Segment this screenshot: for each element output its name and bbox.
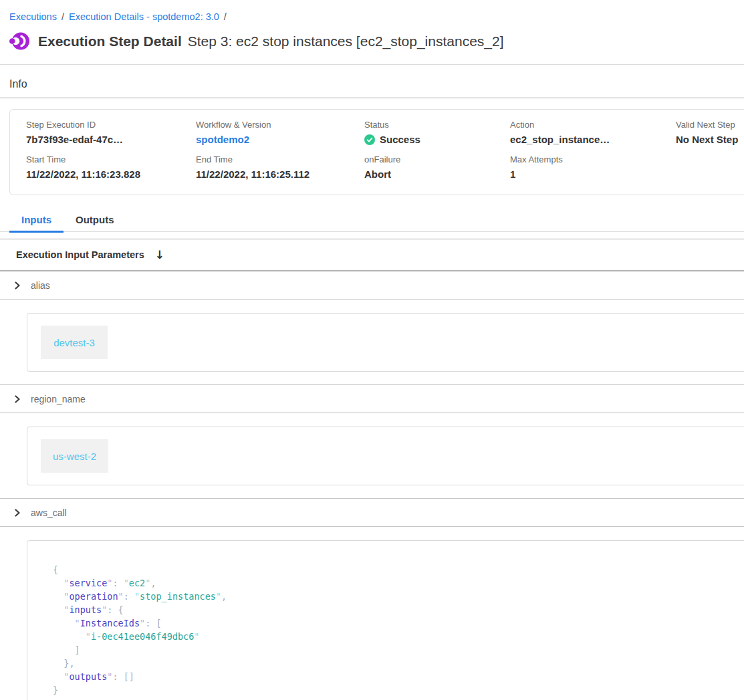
section-row-alias[interactable]: alias (0, 271, 744, 300)
header-divider (0, 64, 744, 65)
field-step-execution-id: Step Execution ID 7b73f93e-edaf-47c… (26, 120, 196, 145)
section-row-aws-call[interactable]: aws_call (0, 499, 744, 527)
workflow-link[interactable]: spotdemo2 (196, 134, 364, 145)
arrow-down-icon[interactable]: ↓ (155, 248, 164, 261)
status-badge: Success (380, 134, 420, 145)
field-label: Workflow & Version (196, 120, 364, 130)
info-card: Step Execution ID 7b73f93e-edaf-47c… Wor… (9, 109, 744, 195)
section-label: alias (31, 280, 50, 291)
page-title: Execution Step Detail (38, 33, 182, 49)
field-onfailure: onFailure Abort (364, 154, 510, 180)
execution-step-icon (9, 32, 29, 50)
code-line: } (53, 683, 744, 697)
section-row-region-name[interactable]: region_name (0, 385, 744, 413)
chevron-right-icon (13, 509, 21, 517)
field-value: 11/22/2022, 11:16:23.828 (26, 168, 196, 180)
info-heading: Info (9, 78, 744, 90)
field-value: 11/22/2022, 11:16:25.112 (196, 168, 364, 180)
field-max-attempts: Max Attempts 1 (510, 154, 676, 180)
code-line: "inputs": { (53, 603, 744, 616)
section-label: aws_call (31, 507, 67, 518)
field-value: ec2_stop_instance… (510, 134, 676, 145)
value-box: us-west-2 (27, 427, 744, 485)
field-value: Abort (364, 168, 510, 180)
info-divider (0, 98, 744, 98)
code-block: { "service": "ec2", "operation": "stop_i… (27, 540, 744, 700)
field-workflow-version: Workflow & Version spotdemo2 (196, 120, 364, 145)
code-line: "InstanceIds": [ (53, 616, 744, 630)
breadcrumb-separator: / (61, 11, 64, 22)
code-line: ] (53, 643, 744, 657)
field-action: Action ec2_stop_instance… (510, 120, 676, 145)
field-label: Max Attempts (510, 154, 676, 164)
field-label: Valid Next Step (676, 120, 744, 130)
breadcrumb-link-execution-details[interactable]: Execution Details - spotdemo2: 3.0 (69, 11, 219, 22)
success-check-icon (364, 134, 375, 145)
breadcrumb-separator: / (224, 11, 227, 22)
code-line: "operation": "stop_instances", (53, 590, 744, 603)
empty-cell (676, 154, 744, 180)
page-subtitle: Step 3: ec2 stop instances [ec2_stop_ins… (188, 33, 504, 49)
code-line: "service": "ec2", (53, 576, 744, 590)
field-value: No Next Step (676, 134, 744, 145)
section-region-name: region_name us-west-2 (0, 385, 744, 499)
field-label: Action (510, 120, 676, 130)
field-label: Step Execution ID (26, 120, 196, 130)
tab-bar: Inputs Outputs (0, 209, 744, 232)
code-line: "outputs": [] (53, 670, 744, 683)
value-chip-region-name: us-west-2 (41, 439, 108, 473)
field-label: End Time (196, 154, 364, 164)
field-label: Status (364, 120, 510, 130)
field-valid-next-step: Valid Next Step No Next Step (676, 120, 744, 145)
code-line: { (53, 563, 744, 576)
tab-outputs[interactable]: Outputs (64, 209, 126, 231)
field-value: 1 (510, 168, 676, 180)
execution-input-parameters-header: Execution Input Parameters ↓ (0, 239, 744, 271)
chevron-right-icon (13, 281, 21, 289)
page-header: Execution Step DetailStep 3: ec2 stop in… (9, 32, 744, 50)
field-status: Status Success (364, 120, 510, 145)
field-label: Start Time (26, 154, 196, 164)
value-box: devtest-3 (27, 313, 744, 372)
value-chip-alias: devtest-3 (41, 326, 108, 359)
section-aws-call: aws_call { "service": "ec2", "operation"… (0, 499, 744, 700)
code-line: }, (53, 657, 744, 670)
section-body-aws-call: { "service": "ec2", "operation": "stop_i… (0, 527, 744, 700)
section-label: region_name (31, 394, 86, 404)
field-value: 7b73f93e-edaf-47c… (26, 134, 196, 145)
parameters-title: Execution Input Parameters (16, 249, 144, 260)
code-line: "i-0ec41ee046f49dbc6" (53, 630, 744, 643)
chevron-right-icon (13, 395, 21, 403)
breadcrumb-link-executions[interactable]: Executions (9, 11, 57, 22)
section-alias: alias devtest-3 (0, 271, 744, 385)
tab-inputs[interactable]: Inputs (9, 209, 64, 233)
section-body-alias: devtest-3 (0, 300, 744, 385)
breadcrumb: Executions / Execution Details - spotdem… (9, 11, 744, 22)
section-body-region-name: us-west-2 (0, 413, 744, 499)
field-start-time: Start Time 11/22/2022, 11:16:23.828 (26, 154, 196, 180)
field-label: onFailure (364, 154, 510, 164)
field-end-time: End Time 11/22/2022, 11:16:25.112 (196, 154, 364, 180)
